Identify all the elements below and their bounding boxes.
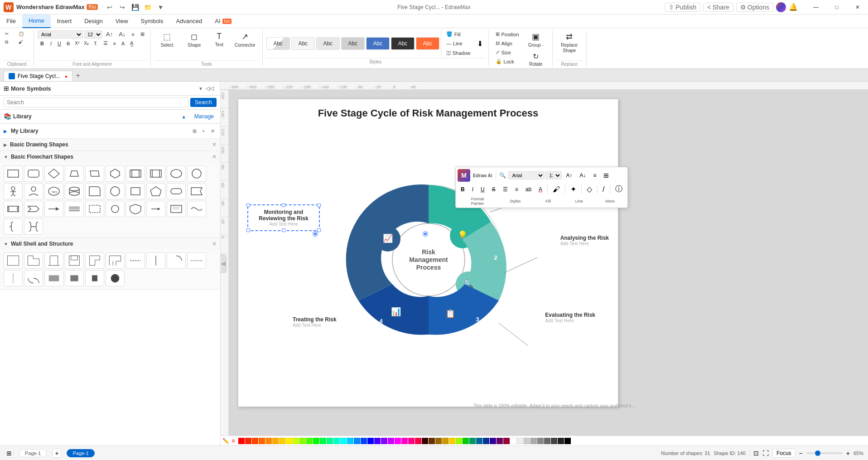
color-swatch[interactable]: [265, 438, 272, 444]
ft-underline-button[interactable]: U: [477, 184, 488, 194]
color-swatch[interactable]: [442, 438, 448, 444]
menu-symbols[interactable]: Symbols: [135, 15, 170, 28]
shape-pentagon[interactable]: [146, 183, 165, 199]
shape-person[interactable]: [4, 183, 23, 199]
style-item-1[interactable]: Abc: [266, 37, 290, 50]
color-swatch[interactable]: [449, 438, 455, 444]
shape-rounded-rect[interactable]: [24, 165, 43, 182]
menu-advanced[interactable]: Advanced: [169, 15, 208, 28]
color-swatch[interactable]: [435, 438, 442, 444]
shape-cylinder[interactable]: [65, 183, 84, 199]
color-swatch[interactable]: [293, 438, 299, 444]
group-button[interactable]: ▣ Group -: [523, 30, 549, 50]
color-swatch[interactable]: [259, 438, 265, 444]
ft-decrease-font[interactable]: A↓: [576, 170, 589, 180]
ft-paint-brush-btn[interactable]: 🖌: [550, 184, 563, 195]
shape-rectangle[interactable]: [4, 165, 23, 182]
text-format-button[interactable]: T.: [92, 40, 100, 47]
size-button[interactable]: ⤢ Size: [492, 48, 522, 57]
cut-button[interactable]: ✂: [4, 30, 16, 38]
wall-shape-14[interactable]: [65, 270, 84, 286]
bold-button[interactable]: B: [38, 40, 47, 47]
style-item-6[interactable]: Abc: [391, 37, 415, 50]
close-button[interactable]: ✕: [847, 0, 868, 15]
style-item-7[interactable]: Abc: [416, 37, 439, 50]
basic-drawing-shapes-header[interactable]: ▶ Basic Drawing Shapes ✕: [0, 139, 220, 150]
shape-wave[interactable]: [187, 201, 206, 217]
wall-shape-9[interactable]: [167, 252, 186, 269]
collapse-panel-handle[interactable]: ◁: [220, 255, 227, 273]
shape-hexagon[interactable]: [106, 165, 125, 182]
color-swatch[interactable]: [503, 438, 510, 444]
lib-add2-button[interactable]: +: [199, 127, 207, 135]
lock-button[interactable]: 🔒 Lock: [492, 57, 522, 66]
menu-home[interactable]: Home: [22, 15, 51, 28]
shape-small-circle[interactable]: [106, 201, 125, 217]
undo-button[interactable]: ↩: [103, 3, 116, 12]
wall-shape-13[interactable]: [44, 270, 63, 286]
doc-tab-1[interactable]: Five Stage Cycl... ●: [4, 71, 72, 81]
rotate-button[interactable]: ↻ Rotate: [523, 50, 549, 69]
style-item-4[interactable]: Abc: [341, 37, 365, 50]
color-swatch[interactable]: [367, 438, 374, 444]
search-input[interactable]: [4, 97, 188, 107]
wall-shape-8[interactable]: [146, 252, 165, 269]
wall-shape-5[interactable]: [85, 252, 104, 269]
copy-button[interactable]: ⧉: [4, 38, 16, 46]
shape-line-arrow[interactable]: [146, 201, 165, 217]
shape-banner[interactable]: [187, 183, 206, 199]
replace-shape-button[interactable]: ⇄ Replace Shape: [556, 30, 583, 55]
shape-chevron[interactable]: [24, 201, 43, 217]
shape-tape[interactable]: [4, 201, 23, 217]
color-swatch[interactable]: [333, 438, 340, 444]
color-swatch[interactable]: [252, 438, 258, 444]
shape-rounded2[interactable]: [167, 183, 186, 199]
drawing-shapes-close[interactable]: ✕: [212, 141, 217, 148]
wall-shape-15[interactable]: [85, 270, 104, 286]
stage-5-selected-shape[interactable]: Monitoring andReviewing the Risk Add Tex…: [247, 204, 320, 231]
open-button[interactable]: 📁: [141, 3, 154, 12]
color-swatch[interactable]: [530, 438, 537, 444]
more-options-button[interactable]: ▼: [154, 3, 167, 12]
decrease-font-button[interactable]: A↓: [116, 30, 128, 39]
color-swatch[interactable]: [517, 438, 523, 444]
color-swatch[interactable]: [395, 438, 401, 444]
color-swatch[interactable]: [408, 438, 415, 444]
position-button[interactable]: ⊞ Position: [492, 30, 522, 39]
focus-button[interactable]: Focus: [772, 449, 796, 458]
color-swatch[interactable]: [456, 438, 462, 444]
shape-predefined[interactable]: [146, 165, 165, 182]
zoom-out-button[interactable]: −: [799, 450, 803, 457]
ft-font-size-select[interactable]: 12: [545, 171, 562, 179]
select-button[interactable]: ⬚ Select: [154, 30, 180, 50]
shadow-button[interactable]: ◫ Shadow: [443, 48, 474, 57]
ft-expand-btn[interactable]: ⊞: [600, 170, 612, 181]
highlight-button[interactable]: A̲: [128, 39, 136, 47]
expand-font-button[interactable]: ⊞: [138, 30, 147, 38]
color-swatch[interactable]: [299, 438, 306, 444]
color-swatch[interactable]: [401, 438, 408, 444]
wall-shape-16[interactable]: [106, 270, 125, 286]
menu-file[interactable]: File: [0, 15, 22, 28]
wall-shell-header[interactable]: ▼ Wall Shell and Structure ✕: [0, 238, 220, 250]
shape-actor[interactable]: [24, 183, 43, 199]
color-swatch[interactable]: [429, 438, 435, 444]
shape-diamond[interactable]: [44, 165, 63, 182]
collapse-panel-button[interactable]: ◁◁: [203, 84, 217, 92]
color-swatch[interactable]: [537, 438, 544, 444]
color-swatch[interactable]: [272, 438, 279, 444]
wall-shell-close[interactable]: ✕: [212, 241, 217, 247]
lib-add-button[interactable]: ⊞: [190, 127, 198, 135]
styles-expand-button[interactable]: ⬇: [475, 38, 485, 50]
menu-view[interactable]: View: [109, 15, 135, 28]
color-swatch[interactable]: [483, 438, 489, 444]
style-item-5[interactable]: Abc: [366, 37, 390, 50]
avatar[interactable]: [776, 2, 786, 12]
redo-button[interactable]: ↪: [116, 3, 129, 12]
color-swatch[interactable]: [476, 438, 482, 444]
color-swatch[interactable]: [469, 438, 476, 444]
zoom-slider[interactable]: [806, 452, 843, 454]
minimize-button[interactable]: —: [805, 0, 826, 15]
ft-number-btn[interactable]: ≡: [512, 184, 521, 194]
ft-italic-button[interactable]: I: [469, 184, 477, 194]
